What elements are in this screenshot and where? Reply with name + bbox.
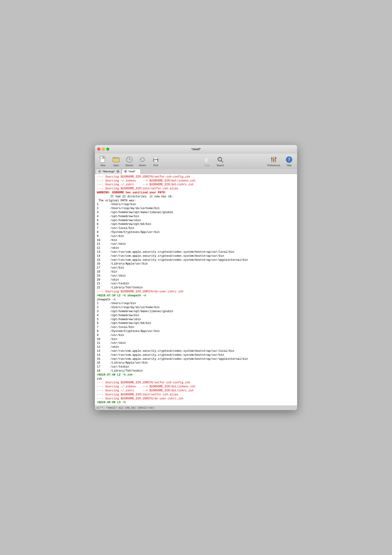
terminal-line: 10 /bin [97,238,295,242]
copy-icon [203,155,211,164]
help-icon: ? [285,155,293,164]
maximize-button[interactable] [106,148,109,151]
tab-shell-close[interactable]: ✕ [124,170,127,173]
terminal-line: zsh [97,377,295,381]
search-icon [216,155,225,164]
minimize-button[interactable] [102,148,105,151]
toolbar: New Open Recent [95,153,297,169]
tab-warnings-close[interactable]: ✕ [98,170,101,173]
svg-rect-11 [154,157,157,159]
terminal-line: 11 /usr/sbin [97,242,295,246]
search-button[interactable]: Search [214,154,226,168]
terminal-line: >0@10:47:34 L2 ~% showpath -n [97,294,295,298]
svg-rect-22 [273,160,274,161]
terminal-line: ---: Sourcing ~/.zshrc --> $USRHOME_DIR/… [97,389,295,393]
terminal-line: ---: Sourcing ~/.zshrc --> $USRHOME_DIR/… [97,183,295,187]
new-icon [99,155,107,164]
terminal-line: >0@10:47:40 L2 ~% zsh [97,373,295,377]
terminal-line: 17 /usr/texbin [97,365,295,369]
tab-shell[interactable]: ✕ *shell* [122,169,141,174]
terminal-line: 4 /opt/homebrew/bin [97,215,295,219]
terminal-line: 16 /Library/Apple/usr/bin [97,361,295,365]
tab-warnings[interactable]: ✕ *Warnings* 1 [96,169,121,174]
terminal-line: 12 /sbin [97,246,295,250]
copy-label: Copy [204,164,210,167]
terminal-line: The original PATH was: [97,199,295,203]
terminal-line: 16 /Library/Apple/usr/bin [97,262,295,266]
terminal-window: *shell* New [95,145,297,410]
status-bar: U:**- *shell* All (58,18) (Shell:run) [95,406,297,410]
print-icon [151,155,160,164]
revert-button[interactable]: Revert [136,154,149,168]
svg-rect-14 [204,158,208,162]
terminal-line: ---: Sourcing $USRHOME_DIR_USRCFG/do-use… [97,290,295,294]
svg-text:?: ? [288,157,290,162]
open-button[interactable]: Open [110,154,122,168]
terminal-line: 3 /opt/homebrew/opt/make/libexec/gnubin [97,211,295,215]
recent-label: Recent [126,164,133,167]
status-text: U:**- *shell* All (58,18) (Shell:run) [97,407,154,409]
recent-button[interactable]: Recent [123,154,135,168]
svg-marker-8 [140,159,141,161]
terminal-line: ---: Sourcing ~/.zshenv --> $USRHOME_DIR… [97,385,295,389]
svg-rect-1 [100,156,103,159]
terminal-line: 9 /usr/bin [97,234,295,238]
new-label: New [100,164,105,167]
preferences-label: Preferences [267,164,280,167]
terminal-line: 3 /opt/homebrew/opt/make/libexec/gnubin [97,310,295,314]
terminal-line: ---: Sourcing $USRHOME_DIR/ibin/setfor-z… [97,393,295,397]
terminal-line: 18 /Library/TeX/texbin [97,369,295,373]
svg-line-16 [221,161,223,162]
open-label: Open [113,164,119,167]
svg-rect-6 [113,158,120,162]
terminal-line: 14 /var/run/com.apple.security.cryptexd/… [97,254,295,258]
terminal-line: ---: Sourcing $USRHOME_DIR_USRCFG/do-use… [97,397,295,401]
terminal-line: 2 /Users/roup/my/dv/usrhome/bin [97,206,295,211]
svg-point-17 [219,158,220,159]
tab-shell-label: *shell* [128,170,135,173]
terminal-line: ---: Sourcing $USRHOME_DIR/ibin/setfor-z… [97,187,295,191]
terminal-line: 21 /usr/texbin [97,282,295,286]
preferences-icon [270,155,278,164]
terminal-line: 9 /usr/bin [97,333,295,337]
revert-label: Revert [139,164,146,167]
copy-button[interactable]: Copy [201,154,213,168]
terminal-line: 11 /usr/sbin [97,341,295,345]
recent-icon [125,155,134,164]
terminal-line: ---: Sourcing $USRHOME_DIR_USRCFG/setfor… [97,381,295,385]
print-label: Print [153,164,158,167]
terminal-line: 7 /usr/local/bin [97,325,295,329]
close-button[interactable] [97,148,100,151]
window-title: *shell* [191,147,201,151]
terminal-line: 14 /var/run/com.apple.security.cryptexd/… [97,353,295,357]
terminal-line: 5 /opt/homebrew/sbin [97,219,295,223]
terminal-line: 13 /var/run/com.apple.security.cryptexd/… [97,349,295,353]
terminal-line: 15 /var/run/com.apple.security.cryptexd/… [97,357,295,361]
preferences-button[interactable]: Preferences [265,154,282,168]
terminal-line: 15 /var/run/com.apple.security.cryptexd/… [97,258,295,262]
help-button[interactable]: ? Help [283,154,295,168]
terminal-line: 1 /Users/roup/bin [97,203,295,206]
terminal-line: 2 /Users/roup/my/dv/usrhome/bin [97,306,295,310]
terminal-line: ---: Sourcing ~/.zshenv --> $USRHOME_DIR… [97,179,295,183]
terminal-line: 13 /var/run/com.apple.security.cryptexd/… [97,250,295,254]
terminal-line: 10 /bin [97,337,295,341]
terminal-line: 17 /usr/bin [97,266,295,270]
terminal-line: 20 /sbin [97,278,295,282]
help-label: Help [287,164,292,167]
terminal-line: ---: Sourcing $USRHOME_DIR_USRCFG/setfor… [97,175,295,179]
terminal-line: WARNING: USRHOME has sanitized your PATH… [97,191,295,195]
terminal-line: 6 /opt/homebrew/opt/m4/bin [97,321,295,325]
traffic-lights [97,148,109,151]
terminal-line: 7 /usr/local/bin [97,226,295,230]
tabs-bar: ✕ *Warnings* 1 ✕ *shell* [95,169,297,174]
terminal-line: 22 /Library/TeX/texbin [97,286,295,290]
terminal-line: >0@10:48:00 L3 ~% [97,401,295,405]
title-bar: *shell* [95,145,297,153]
terminal-line: 12 /sbin [97,345,295,349]
svg-point-12 [157,159,158,160]
print-button[interactable]: Print [150,154,162,168]
new-button[interactable]: New [97,154,109,168]
terminal-content[interactable]: ---: Sourcing $USRHOME_DIR_USRCFG/setfor… [95,174,297,406]
tab-warnings-label: *Warnings* [102,170,115,173]
